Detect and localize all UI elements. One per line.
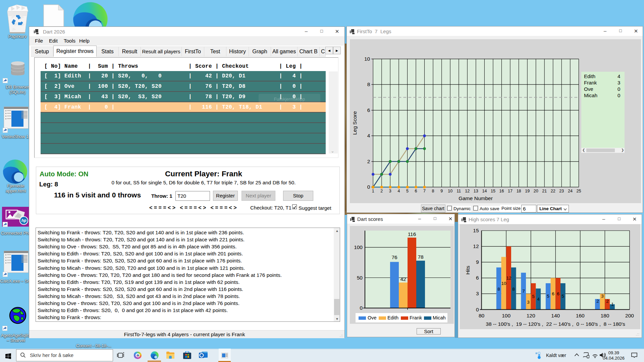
svg-text:12: 12	[465, 189, 470, 193]
svg-text:10: 10	[448, 189, 452, 193]
svg-text:200: 200	[625, 313, 634, 318]
svg-text:13: 13	[474, 189, 478, 193]
svg-text:15: 15	[473, 228, 479, 233]
svg-text:4: 4	[397, 189, 400, 193]
svg-text:140: 140	[551, 313, 560, 318]
svg-text:0: 0	[360, 305, 363, 311]
svg-text:1: 1	[611, 302, 614, 307]
svg-text:1: 1	[372, 189, 374, 193]
svg-text:23: 23	[559, 189, 564, 193]
svg-text:5: 5	[561, 294, 564, 299]
svg-text:38 -- 100's , 19 -- 120's ,: 38 -- 100's , 19 -- 120's , 22 -- 140's …	[486, 321, 625, 327]
svg-text:2: 2	[596, 299, 599, 304]
svg-text:20: 20	[534, 189, 538, 193]
svg-text:180: 180	[600, 313, 609, 318]
svg-text:8: 8	[497, 287, 500, 292]
svg-text:0: 0	[367, 184, 370, 190]
svg-text:120: 120	[527, 313, 535, 318]
svg-text:8: 8	[367, 81, 370, 87]
svg-text:21: 21	[542, 189, 547, 193]
svg-text:80: 80	[479, 313, 485, 318]
svg-text:22: 22	[551, 189, 555, 193]
svg-text:6: 6	[557, 291, 559, 296]
svg-text:Game Number: Game Number	[459, 195, 493, 201]
svg-text:19: 19	[525, 189, 530, 193]
svg-text:3: 3	[389, 189, 391, 193]
svg-text:5: 5	[547, 294, 549, 299]
svg-text:6: 6	[476, 275, 479, 281]
svg-text:7: 7	[423, 189, 426, 193]
svg-text:14: 14	[482, 189, 487, 193]
svg-text:7: 7	[522, 289, 525, 294]
svg-text:6: 6	[367, 107, 370, 113]
svg-text:9: 9	[440, 189, 443, 193]
svg-text:116: 116	[408, 231, 416, 237]
svg-text:160: 160	[576, 313, 585, 318]
svg-text:12: 12	[506, 276, 511, 281]
svg-text:8: 8	[432, 189, 434, 193]
svg-text:5: 5	[406, 189, 409, 193]
svg-text:5: 5	[532, 294, 535, 299]
svg-text:50: 50	[357, 275, 363, 281]
svg-text:4: 4	[537, 297, 540, 302]
svg-text:100: 100	[354, 244, 363, 250]
svg-text:24: 24	[568, 189, 573, 193]
svg-text:6: 6	[415, 189, 417, 193]
svg-text:8: 8	[512, 287, 515, 292]
svg-text:0: 0	[476, 307, 479, 312]
svg-text:3: 3	[476, 291, 479, 296]
svg-text:9: 9	[476, 259, 479, 265]
svg-text:76: 76	[391, 254, 397, 260]
svg-text:3: 3	[601, 294, 604, 299]
svg-text:78: 78	[418, 254, 423, 260]
svg-text:10: 10	[364, 56, 370, 62]
svg-text:15: 15	[491, 189, 495, 193]
svg-text:12: 12	[473, 243, 479, 249]
svg-text:11: 11	[457, 189, 461, 193]
svg-text:Hits: Hits	[465, 265, 471, 275]
svg-text:42: 42	[400, 276, 406, 282]
svg-text:100: 100	[502, 313, 511, 318]
svg-text:25: 25	[577, 189, 581, 193]
svg-text:10: 10	[501, 281, 506, 286]
svg-text:Leg Score: Leg Score	[352, 111, 358, 135]
svg-text:3: 3	[527, 300, 530, 305]
svg-text:18: 18	[517, 189, 521, 193]
svg-text:2: 2	[367, 159, 370, 164]
svg-text:16: 16	[499, 189, 504, 193]
svg-text:2: 2	[606, 299, 609, 304]
svg-text:17: 17	[508, 189, 513, 193]
svg-text:4: 4	[367, 133, 370, 138]
svg-text:6: 6	[552, 291, 554, 296]
svg-text:2: 2	[380, 189, 383, 193]
